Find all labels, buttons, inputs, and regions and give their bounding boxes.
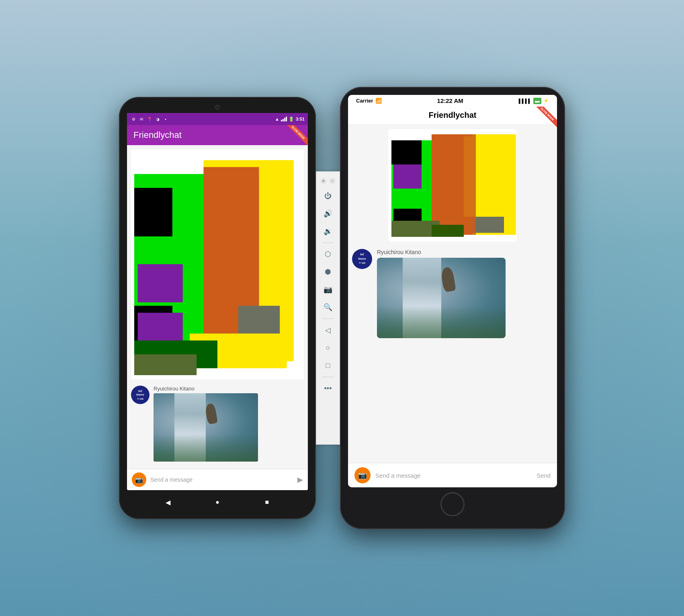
volume-up-button[interactable]: 🔊	[320, 205, 336, 222]
ios-phone: Carrier 📶 12:22 AM ▌▌▌▌ ▬ ⚡ Friendlychat	[340, 87, 565, 529]
carrier-text: Carrier	[356, 98, 373, 104]
ios-input-bar: 📷 Send a message Send	[348, 463, 557, 487]
svg-rect-13	[391, 140, 422, 164]
ios-status-right: ▌▌▌▌ ▬ ⚡	[519, 98, 549, 104]
toolbar-divider-3	[322, 377, 334, 377]
emulator-close-area: ✕ −	[316, 175, 340, 187]
camera-tool-button[interactable]: 📷	[320, 281, 336, 298]
close-button[interactable]: ✕	[321, 178, 326, 184]
power-button[interactable]: ⏻	[320, 188, 336, 204]
android-status-right: ▲ 🔋 3:51	[275, 117, 305, 122]
ios-home-button[interactable]	[440, 492, 465, 516]
camera-icon: 📷	[135, 476, 143, 484]
android-chat-content: letthere= us Ryuichirou Kitano	[127, 145, 308, 469]
android-phone: ⚙ ✉ 📍 ◑ ▪ ▲	[119, 97, 316, 519]
ios-signal-icon: ▌▌▌▌	[519, 99, 531, 103]
android-message-body: Ryuichirou Kitano	[154, 386, 304, 462]
toolbar-divider-2	[322, 318, 334, 319]
mail-icon: ✉	[138, 116, 145, 122]
ios-message-body: Ryuichirou Kitano	[377, 249, 553, 338]
svg-rect-19	[444, 134, 476, 235]
android-pixel-art-container	[131, 149, 304, 379]
ios-slow-mode-badge	[525, 107, 557, 139]
ios-wifi-icon: 📶	[375, 98, 382, 104]
ios-lightning-icon: ⚡	[543, 98, 549, 103]
home-button[interactable]: ●	[213, 498, 221, 506]
svg-rect-21	[432, 225, 464, 237]
wifi-icon: ▲	[275, 117, 279, 121]
toolbar-divider	[322, 242, 334, 243]
svg-rect-14	[393, 164, 422, 189]
ios-waterfall-rock	[440, 267, 456, 292]
emulator-toolbar: ✕ − ⏻ 🔊 🔉 ⬡ ⬢ 📷 🔍 ◁ ○ □ •••	[316, 171, 340, 445]
android-time: 3:51	[296, 117, 305, 121]
zoom-button[interactable]: 🔍	[320, 299, 336, 315]
ios-carrier: Carrier 📶	[356, 98, 382, 104]
svg-rect-6	[138, 264, 183, 302]
ios-camera-button[interactable]: 📷	[354, 467, 371, 483]
android-nav-bar: ◀ ● ■	[127, 493, 308, 511]
android-pixel-art	[134, 152, 301, 376]
android-input-bar: 📷 Send a message ▶	[127, 469, 308, 490]
android-notch	[127, 105, 308, 110]
android-status-bar: ⚙ ✉ 📍 ◑ ▪ ▲	[127, 113, 308, 125]
ios-sender-name: Ryuichirou Kitano	[377, 249, 553, 255]
android-send-button[interactable]: ▶	[297, 475, 303, 484]
svg-rect-10	[134, 354, 197, 375]
back-button[interactable]: ◀	[164, 498, 172, 506]
more-button[interactable]: •••	[320, 380, 336, 396]
ios-message-input[interactable]: Send a message	[375, 472, 532, 479]
ios-toolbar-wrapper: Friendlychat	[348, 107, 557, 125]
rotate-right-button[interactable]: ⬢	[320, 264, 336, 280]
ios-pixel-art	[391, 132, 520, 237]
battery-small-icon: ▪	[162, 116, 169, 122]
android-slow-mode-badge	[276, 125, 308, 145]
android-message-input[interactable]: Send a message	[150, 476, 293, 483]
ios-status-bar: Carrier 📶 12:22 AM ▌▌▌▌ ▬ ⚡	[348, 95, 557, 107]
ios-screen: Carrier 📶 12:22 AM ▌▌▌▌ ▬ ⚡ Friendlychat	[348, 95, 557, 487]
main-container: ⚙ ✉ 📍 ◑ ▪ ▲	[119, 87, 565, 529]
ios-time: 12:22 AM	[437, 97, 463, 104]
home-tool-button[interactable]: ○	[320, 340, 336, 356]
android-app-title: Friendlychat	[133, 130, 182, 140]
ios-send-button[interactable]: Send	[537, 472, 551, 479]
android-status-icons: ⚙ ✉ 📍 ◑ ▪	[130, 116, 169, 122]
ios-waterfall-image	[377, 258, 506, 338]
signal-bars	[281, 117, 287, 121]
settings-icon: ⚙	[130, 116, 137, 122]
battery-icon: 🔋	[289, 117, 294, 122]
square-tool-button[interactable]: □	[320, 357, 336, 374]
ios-user-avatar: letthere= us	[352, 249, 372, 269]
waterfall-rock	[205, 403, 218, 425]
ios-pixel-art-container	[388, 129, 517, 242]
ios-camera-icon: 📷	[358, 471, 367, 480]
front-camera	[215, 105, 220, 110]
svg-rect-3	[134, 188, 172, 236]
recents-button[interactable]: ■	[263, 498, 271, 506]
ios-battery-icon: ▬	[533, 98, 541, 104]
location-icon: 📍	[146, 116, 153, 122]
ios-chat-message: letthere= us Ryuichirou Kitano	[352, 249, 553, 338]
android-waterfall-image	[154, 393, 258, 462]
android-user-avatar: letthere= us	[131, 386, 149, 404]
back-tool-button[interactable]: ◁	[320, 322, 336, 338]
circle-icon: ◑	[154, 116, 161, 122]
ios-chat-content: letthere= us Ryuichirou Kitano	[348, 125, 557, 463]
android-screen: ⚙ ✉ 📍 ◑ ▪ ▲	[127, 113, 308, 490]
ios-home-area	[348, 487, 557, 521]
android-sender-name: Ryuichirou Kitano	[154, 386, 304, 392]
android-camera-button[interactable]: 📷	[132, 472, 146, 487]
ios-app-title: Friendlychat	[429, 111, 477, 120]
android-toolbar: Friendlychat	[127, 125, 308, 145]
android-chat-message: letthere= us Ryuichirou Kitano	[131, 386, 304, 462]
minimize-button[interactable]: −	[330, 178, 335, 184]
volume-down-button[interactable]: 🔉	[320, 223, 336, 239]
rotate-left-button[interactable]: ⬡	[320, 246, 336, 262]
